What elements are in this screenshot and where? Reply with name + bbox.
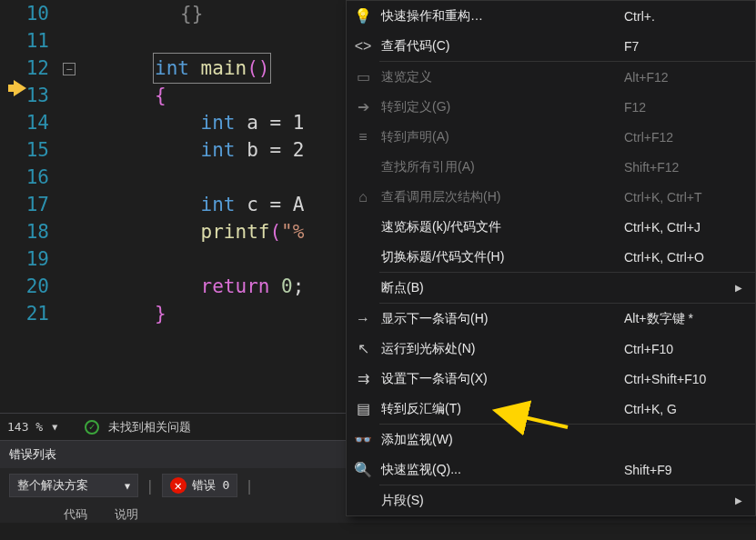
menu-item[interactable]: ↖运行到光标处(N)Ctrl+F10 — [347, 334, 755, 364]
quick-icon: 🔍 — [347, 461, 379, 478]
keyword: int — [155, 57, 189, 79]
keyword: int — [201, 194, 236, 215]
menu-item-label: 运行到光标处(N) — [379, 341, 624, 357]
scope-combo[interactable]: 整个解决方案 ▼ — [9, 474, 138, 497]
menu-item-label: 速览标题(k)/代码文件 — [379, 219, 624, 235]
menu-item-shortcut: Ctrl+F12 — [624, 130, 742, 145]
line-number-gutter: 10 11 12 13 14 15 16 17 18 19 20 21 — [0, 0, 55, 413]
line-number: 19 — [0, 245, 55, 273]
cursor-icon: ↖ — [347, 340, 379, 357]
goto-icon: ➔ — [347, 98, 379, 115]
code-icon: <> — [347, 38, 379, 55]
menu-item[interactable]: ▤转到反汇编(T)Ctrl+K, G — [347, 394, 755, 424]
col-code[interactable]: 代码 — [64, 506, 87, 523]
semicolon: ; — [293, 275, 305, 297]
code-area[interactable]: {} int main() { int a = 1 int b = 2 int … — [155, 0, 304, 413]
code-text: c = A — [247, 194, 304, 215]
check-icon: ✓ — [85, 420, 99, 435]
chevron-right-icon: ▶ — [735, 283, 742, 293]
paren: ( — [247, 57, 258, 79]
menu-item-shortcut: Ctrl+K, G — [624, 402, 742, 416]
code-text: {} — [155, 3, 203, 25]
line-number: 17 — [0, 191, 55, 218]
paren: ( — [269, 221, 281, 243]
menu-item[interactable]: 断点(B)▶ — [347, 273, 755, 303]
menu-item[interactable]: <>查看代码(C)F7 — [347, 31, 755, 61]
paren: ) — [258, 57, 270, 79]
menu-item: ≡转到声明(A)Ctrl+F12 — [347, 122, 755, 152]
menu-item-shortcut: Ctrl+K, Ctrl+T — [624, 190, 742, 205]
menu-item-label: 转到声明(A) — [379, 129, 624, 145]
menu-item[interactable]: 👓添加监视(W) — [347, 425, 755, 455]
brace: { — [155, 85, 166, 106]
line-number: 15 — [0, 136, 55, 164]
function-name: printf — [201, 221, 270, 243]
chevron-down-icon[interactable]: ▼ — [52, 422, 57, 432]
decl-icon: ≡ — [347, 129, 379, 145]
code-text: a = 1 — [247, 112, 304, 134]
menu-item-label: 快速操作和重构… — [379, 8, 624, 25]
menu-item-shortcut: Shift+F9 — [624, 463, 742, 477]
no-issues-label: 未找到相关问题 — [108, 419, 191, 435]
line-number: 13 — [0, 82, 55, 109]
errors-count: 错误 0 — [192, 477, 230, 494]
col-description[interactable]: 说明 — [115, 506, 138, 523]
code-text: b = 2 — [247, 139, 304, 161]
menu-item-label: 速览定义 — [379, 69, 624, 85]
brace: } — [155, 303, 166, 325]
bulb-icon: 💡 — [347, 7, 379, 25]
menu-item[interactable]: 速览标题(k)/代码文件Ctrl+K, Ctrl+J — [347, 212, 755, 242]
arrow-icon: → — [347, 311, 379, 327]
chevron-down-icon: ▼ — [125, 481, 130, 491]
chevron-right-icon: ▶ — [735, 495, 742, 505]
errors-filter-button[interactable]: ✕ 错误 0 — [162, 474, 238, 497]
line-number: 11 — [0, 27, 55, 55]
line-number: 12 — [0, 55, 55, 82]
menu-item-shortcut: F7 — [624, 39, 742, 54]
menu-item-shortcut: Alt+F12 — [624, 70, 742, 85]
menu-item-shortcut: Ctrl+. — [624, 9, 742, 24]
doc-icon: ▭ — [347, 68, 379, 85]
menu-item-label: 片段(S) — [379, 493, 608, 509]
menu-item-label: 快速监视(Q)... — [379, 462, 624, 478]
menu-item-label: 转到反汇编(T) — [379, 401, 624, 417]
menu-item[interactable]: 片段(S)▶ — [347, 485, 755, 515]
menu-item-label: 断点(B) — [379, 280, 608, 296]
keyword: return — [201, 275, 270, 297]
menu-item[interactable]: →显示下一条语句(H)Alt+数字键 * — [347, 304, 755, 334]
fold-toggle-icon[interactable]: − — [63, 63, 76, 75]
menu-item: 查找所有引用(A)Shift+F12 — [347, 152, 755, 182]
string-literal: "% — [281, 221, 304, 243]
menu-item-label: 转到定义(G) — [379, 99, 624, 115]
menu-item: ⌂查看调用层次结构(H)Ctrl+K, Ctrl+T — [347, 182, 755, 212]
menu-item[interactable]: ⇉设置下一条语句(X)Ctrl+Shift+F10 — [347, 364, 755, 394]
menu-item[interactable]: 切换标题/代码文件(H)Ctrl+K, Ctrl+O — [347, 242, 755, 272]
menu-item-label: 查找所有引用(A) — [379, 159, 624, 175]
dis-icon: ▤ — [347, 400, 379, 417]
function-name: main — [201, 57, 247, 79]
line-number: 21 — [0, 300, 55, 327]
menu-item-shortcut: Alt+数字键 * — [624, 311, 742, 327]
menu-item-shortcut: F12 — [624, 100, 742, 115]
menu-item-label: 切换标题/代码文件(H) — [379, 249, 624, 265]
scope-text: 整个解决方案 — [17, 477, 88, 494]
keyword: int — [201, 112, 236, 134]
set-icon: ⇉ — [347, 370, 379, 387]
menu-item[interactable]: 🔍快速监视(Q)...Shift+F9 — [347, 455, 755, 485]
menu-item[interactable]: 💡快速操作和重构…Ctrl+. — [347, 1, 755, 31]
hier-icon: ⌂ — [347, 189, 379, 205]
line-number: 18 — [0, 218, 55, 245]
zoom-level[interactable]: 143 % — [7, 420, 43, 434]
number: 0 — [281, 275, 293, 297]
menu-item-label: 显示下一条语句(H) — [379, 311, 624, 327]
menu-item-label: 添加监视(W) — [379, 432, 624, 448]
context-menu: 💡快速操作和重构…Ctrl+.<>查看代码(C)F7▭速览定义Alt+F12➔转… — [346, 0, 756, 516]
watch-icon: 👓 — [347, 431, 379, 448]
menu-item: ➔转到定义(G)F12 — [347, 92, 755, 122]
keyword: int — [201, 139, 236, 161]
menu-item-shortcut: Ctrl+Shift+F10 — [624, 372, 742, 386]
menu-item-label: 设置下一条语句(X) — [379, 371, 624, 387]
menu-item: ▭速览定义Alt+F12 — [347, 62, 755, 92]
line-number: 20 — [0, 273, 55, 300]
line-number: 14 — [0, 109, 55, 136]
